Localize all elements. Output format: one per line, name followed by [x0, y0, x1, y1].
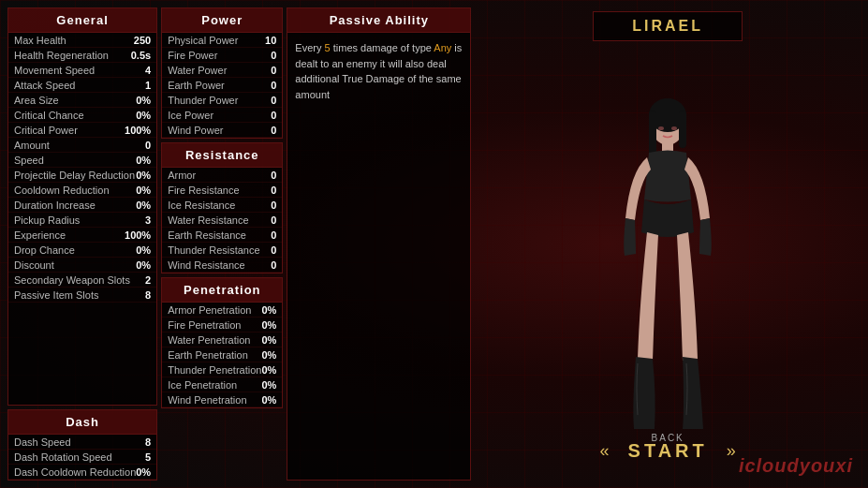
resistance-header: Resistance: [162, 143, 282, 168]
power-stats-list: Physical Power10Fire Power0Water Power0E…: [162, 33, 282, 138]
table-row: Thunder Penetration0%: [162, 362, 282, 377]
stat-value: 0: [271, 65, 276, 76]
stat-label: Wind Power: [168, 125, 223, 136]
dash-header: Dash: [8, 410, 156, 435]
table-row: Ice Power0: [162, 108, 282, 123]
stat-label: Water Power: [168, 65, 227, 76]
penetration-header: Penetration: [162, 278, 282, 303]
stat-value: 250: [134, 35, 151, 46]
stat-label: Wind Resistance: [168, 259, 245, 271]
stat-label: Experience: [14, 229, 66, 241]
stat-value: 0: [271, 110, 276, 121]
stat-value: 0: [271, 214, 276, 226]
watermark: icloudyouxi: [739, 455, 853, 476]
stat-label: Thunder Power: [168, 95, 238, 106]
table-row: Water Resistance0: [162, 213, 282, 228]
watermark-wrapper: icloudyouxi: [739, 455, 853, 477]
stat-value: 0%: [261, 379, 276, 391]
stat-label: Speed: [14, 155, 44, 166]
power-header: Power: [162, 8, 282, 33]
resistance-panel: Resistance Armor0Fire Resistance0Ice Res…: [161, 142, 283, 274]
stat-label: Health Regeneration: [14, 50, 109, 61]
stat-value: 0: [271, 200, 276, 211]
stat-value: 0: [271, 125, 276, 136]
left-column: General Max Health250Health Regeneration…: [7, 7, 157, 481]
stat-value: 0%: [136, 95, 151, 106]
stat-value: 8: [145, 289, 151, 301]
stat-label: Cooldown Reduction: [14, 185, 110, 196]
table-row: Max Health250: [8, 33, 156, 48]
table-row: Dash Speed8: [8, 435, 156, 450]
stat-value: 3: [145, 214, 151, 226]
stat-value: 0%: [136, 185, 151, 196]
table-row: Critical Chance0%: [8, 108, 156, 123]
passive-text-segment: times damage of type: [331, 42, 434, 53]
table-row: Earth Power0: [162, 78, 282, 93]
stat-value: 8: [145, 436, 151, 448]
prev-arrow-button[interactable]: «: [600, 441, 610, 461]
stat-value: 0%: [261, 394, 276, 406]
stat-value: 5: [145, 451, 151, 463]
table-row: Duration Increase0%: [8, 198, 156, 213]
table-row: Wind Power0: [162, 123, 282, 138]
stat-label: Thunder Resistance: [168, 244, 259, 256]
table-row: Dash Cooldown Reduction0%: [8, 465, 156, 480]
svg-rect-3: [679, 111, 686, 148]
general-header: General: [8, 8, 156, 33]
passive-highlight: Any: [434, 42, 451, 53]
stat-value: 0: [271, 80, 276, 91]
table-row: Secondary Weapon Slots2: [8, 273, 156, 288]
stat-label: Fire Power: [168, 50, 217, 61]
passive-ability-text: Every 5 times damage of type Any is deal…: [287, 33, 470, 110]
stat-value: 0: [271, 244, 276, 256]
resistance-stats-list: Armor0Fire Resistance0Ice Resistance0Wat…: [162, 168, 282, 273]
main-container: General Max Health250Health Regeneration…: [0, 0, 868, 488]
table-row: Earth Penetration0%: [162, 348, 282, 362]
table-row: Water Penetration0%: [162, 333, 282, 348]
stat-label: Earth Resistance: [168, 229, 246, 241]
back-label-wrapper: BACK: [652, 428, 684, 445]
character-area: LIRAEL: [475, 7, 861, 481]
stat-value: 0%: [136, 110, 151, 121]
stat-label: Thunder Penetration: [168, 364, 261, 376]
stat-label: Ice Resistance: [168, 200, 235, 211]
table-row: Health Regeneration0.5s: [8, 48, 156, 63]
table-row: Critical Power100%: [8, 123, 156, 138]
back-text: BACK: [652, 433, 684, 443]
table-row: Drop Chance0%: [8, 243, 156, 258]
table-row: Water Power0: [162, 63, 282, 78]
table-row: Wind Penetration0%: [162, 392, 282, 407]
stat-label: Passive Item Slots: [14, 289, 98, 301]
table-row: Thunder Resistance0: [162, 243, 282, 258]
stat-value: 0%: [261, 304, 276, 316]
stat-label: Area Size: [14, 95, 59, 106]
stat-label: Pickup Radius: [14, 214, 80, 226]
stat-value: 0%: [136, 200, 151, 211]
stat-label: Drop Chance: [14, 244, 75, 256]
passive-text-segment: Every: [295, 42, 324, 53]
stat-value: 0%: [261, 364, 276, 376]
stat-value: 2: [145, 274, 151, 286]
stat-value: 0: [271, 259, 276, 271]
stat-label: Secondary Weapon Slots: [14, 274, 130, 286]
table-row: Passive Item Slots8: [8, 288, 156, 303]
stat-label: Attack Speed: [14, 80, 75, 91]
passive-ability-panel: Passive Ability Every 5 times damage of …: [287, 7, 471, 481]
general-stats-list: Max Health250Health Regeneration0.5sMove…: [8, 33, 156, 303]
stat-value: 0%: [136, 466, 151, 478]
stat-label: Critical Chance: [14, 110, 84, 121]
stat-label: Armor Penetration: [168, 304, 251, 316]
penetration-stats-list: Armor Penetration0%Fire Penetration0%Wat…: [162, 303, 282, 407]
table-row: Earth Resistance0: [162, 228, 282, 243]
stat-value: 0: [271, 95, 276, 106]
table-row: Armor Penetration0%: [162, 303, 282, 318]
next-arrow-button[interactable]: »: [727, 441, 736, 461]
table-row: Fire Resistance0: [162, 183, 282, 198]
general-panel: General Max Health250Health Regeneration…: [7, 7, 157, 406]
passive-ability-header: Passive Ability: [287, 8, 470, 33]
stat-value: 100%: [125, 229, 151, 241]
stat-label: Dash Speed: [14, 436, 71, 448]
stat-value: 0%: [261, 349, 276, 361]
stat-label: Fire Penetration: [168, 319, 241, 331]
table-row: Fire Power0: [162, 48, 282, 63]
